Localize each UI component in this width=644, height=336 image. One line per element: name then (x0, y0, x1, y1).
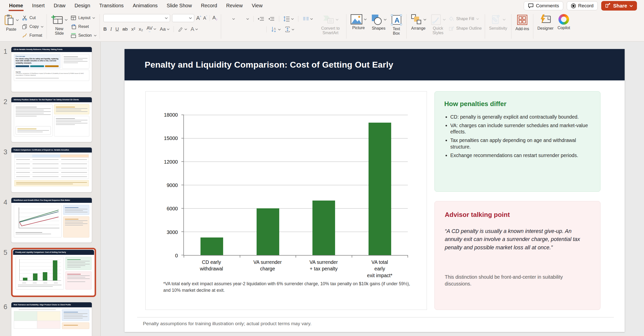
sensitivity-button[interactable]: Sensitivity (487, 14, 509, 31)
text-direction-button[interactable]: A (271, 26, 281, 32)
new-slide-icon (51, 14, 63, 26)
italic-button[interactable]: I (110, 26, 112, 32)
y-tick-label: 12000 (164, 159, 178, 165)
chart-bar-2[interactable] (257, 208, 279, 255)
chart-bar-4[interactable] (369, 123, 391, 255)
quick-styles-button[interactable]: Quick Styles (428, 14, 448, 36)
layout-button[interactable]: Layout (71, 14, 96, 22)
highlight-color-button[interactable] (178, 27, 187, 32)
bold-button[interactable]: B (103, 26, 107, 32)
chart-object[interactable]: 0300060009000120001500018000 CD early wi… (145, 91, 427, 310)
copy-button[interactable]: Copy (22, 23, 44, 30)
slide-thumbnail-5[interactable]: Penalty and Liquidity Comparison: Cost o… (13, 250, 94, 295)
share-button[interactable]: Share (601, 1, 637, 11)
cut-button[interactable]: Cut (22, 14, 44, 22)
clear-formatting-button[interactable]: A◊ (212, 15, 217, 21)
reset-icon (71, 24, 76, 29)
shape-outline-button[interactable]: Shape Outline (449, 25, 482, 32)
decrease-indent-button[interactable] (258, 16, 264, 21)
font-name-select[interactable] (103, 14, 170, 22)
text-box-label: Text Box (391, 27, 402, 36)
designer-button[interactable]: Designer (535, 14, 555, 31)
mini-line-chart (16, 206, 60, 230)
numbering-button[interactable] (239, 18, 249, 20)
shape-fill-button[interactable]: Shape Fill (449, 15, 482, 23)
decrease-font-button[interactable]: Aˇ (203, 15, 207, 21)
picture-button[interactable]: Picture (348, 14, 369, 31)
thumb-core-label: Core message (16, 56, 59, 57)
reset-button[interactable]: Reset (71, 23, 96, 30)
shapes-button[interactable]: Shapes (369, 14, 389, 31)
cut-label: Cut (29, 16, 36, 20)
paste-button[interactable]: Paste (2, 14, 21, 32)
line-spacing-button[interactable] (284, 16, 294, 22)
add-ins-label: Add-ins (515, 27, 529, 31)
increase-font-button[interactable]: A^ (196, 15, 201, 21)
slide-thumbnail-2[interactable]: Advisory Position: Default to “Do Not Re… (11, 97, 92, 142)
footer-divider (137, 317, 614, 317)
copilot-button[interactable]: Copilot (555, 14, 572, 31)
arrange-button[interactable]: Arrange (409, 14, 428, 31)
convert-to-smartart-button[interactable]: Convert to SmartArt (317, 14, 344, 36)
align-text-button[interactable] (285, 26, 294, 32)
slide-editing-area[interactable]: Penalty and Liquidity Comparison: Cost o… (125, 49, 625, 332)
chart-plot-area (183, 115, 408, 256)
tab-record[interactable]: Record (196, 0, 222, 12)
section-button[interactable]: Section (71, 32, 96, 39)
how-penalties-differ-box[interactable]: How penalties differ CD: penalty is gene… (434, 91, 600, 192)
new-slide-label: New Slide (52, 27, 67, 36)
shape-outline-label: Shape Outline (456, 26, 482, 31)
tab-review[interactable]: Review (222, 0, 247, 12)
convert-to-smartart-label: Convert to SmartArt (319, 26, 342, 35)
add-ins-button[interactable]: Add-ins (513, 14, 531, 32)
thumb-title: Feature Comparison: Certificates of Depo… (11, 148, 92, 153)
slide-thumbnail-6[interactable]: Risk Tolerance and Suitability: Align Pr… (11, 302, 92, 336)
gridline (184, 115, 408, 115)
subscript-button[interactable]: x₂ (139, 26, 143, 32)
chart-bar-3[interactable] (312, 201, 335, 255)
tab-transitions[interactable]: Transitions (95, 0, 128, 12)
comments-label: Comments (536, 3, 559, 9)
slide-canvas: Penalty and Liquidity Comparison: Cost o… (101, 42, 644, 336)
chart-bar-1[interactable] (200, 237, 223, 255)
green-box-title: How penalties differ (444, 100, 591, 108)
character-spacing-button[interactable]: AV ↔ (146, 26, 156, 33)
tab-draw[interactable]: Draw (49, 0, 70, 12)
highlighter-icon (178, 27, 183, 32)
copy-icon (22, 24, 27, 29)
bullet-item: Tax penalties can apply depending on age… (450, 137, 591, 150)
advisor-note: This distinction should be front-and-cen… (445, 274, 586, 287)
slide-thumbnail-1[interactable]: CD-to-Variable Annuity Rollovers: Fiduci… (11, 47, 92, 92)
slide-thumbnail-4[interactable]: Risk/Return and Growth Effect: Fee Drag … (11, 198, 92, 243)
slide-number: 1 (0, 47, 11, 92)
columns-button[interactable] (303, 17, 313, 21)
font-size-select[interactable] (172, 14, 194, 22)
record-button[interactable]: Record (567, 1, 598, 10)
tab-insert[interactable]: Insert (28, 0, 49, 12)
font-color-button[interactable]: A (191, 26, 198, 32)
slide-number: 5 (0, 248, 11, 297)
chart-x-axis: CD early withdrawalVA surrender chargeVA… (183, 259, 408, 276)
bullets-button[interactable] (225, 18, 235, 20)
underline-button[interactable]: U (115, 26, 119, 32)
new-slide-button[interactable]: New Slide (49, 14, 70, 36)
superscript-button[interactable]: x² (131, 26, 135, 32)
slide-thumbnail-3[interactable]: Feature Comparison: Certificates of Depo… (11, 147, 92, 193)
slide-thumbnail-panel: 1 CD-to-Variable Annuity Rollovers: Fidu… (0, 42, 101, 336)
tab-animations[interactable]: Animations (128, 0, 162, 12)
chart-footnote: *VA total early exit impact assumes year… (163, 280, 414, 294)
thumb-title: Advisory Position: Default to “Do Not Re… (11, 97, 92, 102)
slide-footer-text[interactable]: Penalty assumptions for training illustr… (143, 321, 311, 326)
text-box-button[interactable]: A Text Box (389, 14, 404, 36)
tab-home[interactable]: Home (5, 0, 28, 12)
slide-title-bar[interactable]: Penalty and Liquidity Comparison: Cost o… (125, 49, 625, 80)
tab-design[interactable]: Design (70, 0, 95, 12)
comments-button[interactable]: Comments (524, 1, 563, 10)
increase-indent-button[interactable] (268, 16, 275, 21)
format-painter-button[interactable]: Format (22, 32, 44, 39)
tab-view[interactable]: View (247, 0, 267, 12)
tab-slide-show[interactable]: Slide Show (162, 0, 196, 12)
change-case-button[interactable]: Aa (160, 26, 169, 32)
advisor-talking-point-box[interactable]: Advisor talking point “A CD penalty is u… (434, 201, 600, 310)
strikethrough-button[interactable]: ab (123, 26, 128, 32)
